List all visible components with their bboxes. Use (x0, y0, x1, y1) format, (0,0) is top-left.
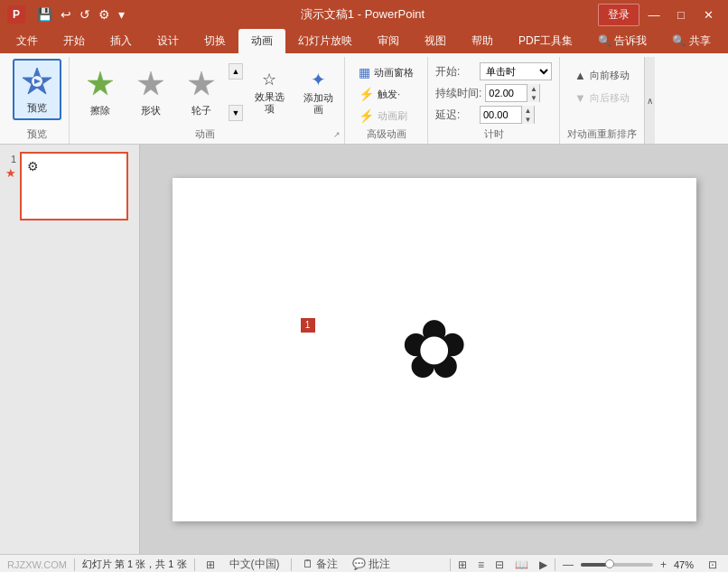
ribbon-group-advanced: ▦ 动画窗格 ⚡ 触发· ⚡ 动画刷 高级动画 (345, 57, 428, 144)
animation-pane-label: 动画窗格 (374, 66, 414, 80)
tab-share[interactable]: 🔍 共享 (659, 29, 723, 53)
login-button[interactable]: 登录 (598, 4, 639, 26)
tab-pdf[interactable]: PDF工具集 (506, 29, 585, 53)
shape-button[interactable]: 形状 (127, 61, 174, 123)
ribbon-group-preview: 预览 预览 (5, 57, 70, 144)
status-lang-button[interactable]: 中文(中国) (226, 556, 284, 572)
ribbon-group-animation: 擦除 形状 轮子 (70, 57, 345, 144)
scroll-down-button[interactable]: ▼ (229, 105, 243, 121)
notes-button[interactable]: 🗒 备注 (299, 556, 341, 572)
preview-button[interactable]: 预览 (13, 59, 61, 120)
start-select[interactable]: 单击时 (480, 62, 552, 80)
slide-sorter-button[interactable]: ⊟ (491, 558, 508, 572)
app-icon: P (7, 5, 25, 23)
trigger-label: 触发· (378, 88, 400, 101)
move-forward-button[interactable]: ▲ 向前移动 (568, 66, 636, 85)
tab-tellme[interactable]: 🔍 告诉我 (585, 29, 659, 53)
notes-label: 备注 (316, 558, 338, 570)
slide-canvas[interactable]: 1 ✿ (173, 178, 696, 521)
animation-pane-button[interactable]: ▦ 动画窗格 (352, 62, 420, 82)
start-row: 开始: 单击时 (435, 62, 552, 80)
add-animation-icon: ✦ (311, 69, 326, 90)
quick-access-toolbar: 💾 ↩ ↺ ⚙ ▾ (34, 5, 127, 23)
tab-help[interactable]: 帮助 (459, 29, 506, 53)
delay-input-wrap: ▲ ▼ (480, 106, 535, 124)
delay-spin-down[interactable]: ▼ (521, 115, 534, 124)
tab-home[interactable]: 开始 (51, 29, 98, 53)
reading-view-button[interactable]: 📖 (511, 558, 532, 572)
fit-slide-button[interactable]: ⊡ (705, 558, 721, 572)
timing-group-items: 开始: 单击时 持续时间: ▲ ▼ 延迟: (435, 59, 552, 126)
delay-spin-up[interactable]: ▲ (521, 106, 534, 115)
svg-marker-5 (189, 71, 214, 95)
comments-button[interactable]: 💬 批注 (349, 556, 394, 572)
move-forward-icon: ▲ (574, 69, 586, 82)
shape-label: 形状 (141, 104, 161, 117)
outline-view-button[interactable]: ≡ (474, 558, 488, 572)
tab-view[interactable]: 视图 (412, 29, 459, 53)
animation-brush-button[interactable]: ⚡ 动画刷 (352, 106, 414, 126)
maximize-button[interactable]: □ (668, 5, 694, 24)
effect-options-button[interactable]: ☆ 效果选项 (247, 61, 292, 123)
wheel-button[interactable]: 轮子 (178, 61, 225, 123)
status-sep-5 (555, 558, 555, 571)
duration-input[interactable] (486, 88, 527, 98)
preview-group-items: 预览 (13, 59, 61, 126)
status-left: RJZXW.COM 幻灯片 第 1 张，共 1 张 ⊞ 中文(中国) 🗒 备注 … (7, 556, 443, 572)
comments-label: 批注 (369, 558, 390, 570)
tab-file[interactable]: 文件 (4, 29, 51, 53)
customize-button[interactable]: ⚙ (96, 5, 113, 23)
duration-spin-down[interactable]: ▼ (527, 93, 539, 102)
status-right: ⊞ ≡ ⊟ 📖 ▶ — + 47% ⊡ (450, 558, 721, 572)
redo-button[interactable]: ↺ (77, 5, 93, 23)
zoom-out-button[interactable]: — (559, 558, 577, 572)
svg-marker-3 (88, 71, 113, 95)
zoom-slider[interactable] (581, 563, 653, 567)
add-animation-button[interactable]: ✦ 添加动画 (295, 61, 341, 123)
status-sep-3 (291, 558, 292, 571)
advanced-group-label: 高级动画 (352, 126, 420, 144)
slide-thumbnail-1: 1 ★ ⚙ (4, 152, 135, 220)
duration-label: 持续时间: (435, 86, 481, 101)
trigger-button[interactable]: ⚡ 触发· (352, 84, 406, 104)
animation-pane-icon: ▦ (359, 65, 370, 80)
save-button[interactable]: 💾 (34, 5, 55, 23)
tab-insert[interactable]: 插入 (98, 29, 145, 53)
delay-input[interactable] (481, 109, 521, 120)
duration-spin-up[interactable]: ▲ (527, 84, 539, 93)
zoom-in-button[interactable]: + (657, 558, 670, 572)
comments-icon: 💬 (352, 558, 366, 570)
erase-button[interactable]: 擦除 (77, 61, 124, 123)
tab-transition[interactable]: 切换 (191, 29, 238, 53)
delay-row: 延迟: ▲ ▼ (435, 106, 535, 124)
presentation-view-button[interactable]: ▶ (536, 558, 551, 572)
duration-row: 持续时间: ▲ ▼ (435, 84, 540, 102)
trigger-icon: ⚡ (359, 87, 374, 101)
tab-slideshow[interactable]: 幻灯片放映 (285, 29, 365, 53)
close-button[interactable]: ✕ (695, 5, 721, 24)
undo-button[interactable]: ↩ (58, 5, 74, 23)
animation-group-expand[interactable]: ↗ (333, 130, 341, 139)
normal-view-button[interactable]: ⊞ (454, 558, 471, 572)
animation-scroll: ▲ ▼ (229, 61, 243, 123)
qadropdown-button[interactable]: ▾ (116, 5, 127, 23)
slide-thumbnail-img-1[interactable]: ⚙ (20, 152, 128, 220)
tab-design[interactable]: 设计 (145, 29, 191, 53)
erase-label: 擦除 (90, 104, 110, 117)
status-fit-button[interactable]: ⊞ (202, 558, 219, 572)
zoom-thumb[interactable] (605, 559, 614, 568)
tab-animation[interactable]: 动画 (238, 29, 285, 53)
move-backward-button[interactable]: ▼ 向后移动 (568, 89, 636, 108)
animation-badge: 1 (301, 318, 315, 333)
ribbon-collapse-button[interactable]: ∧ (644, 57, 655, 144)
status-bar: RJZXW.COM 幻灯片 第 1 张，共 1 张 ⊞ 中文(中国) 🗒 备注 … (0, 554, 728, 572)
effect-options-icon: ☆ (262, 70, 276, 89)
tab-review[interactable]: 审阅 (365, 29, 412, 53)
minimize-button[interactable]: — (641, 5, 667, 24)
delay-spinner: ▲ ▼ (521, 106, 534, 124)
animation-brush-label: 动画刷 (378, 109, 407, 123)
advanced-group-items: ▦ 动画窗格 ⚡ 触发· ⚡ 动画刷 (352, 59, 420, 126)
wheel-label: 轮子 (191, 104, 211, 117)
preview-group-footer: 预览 (13, 126, 61, 144)
scroll-up-button[interactable]: ▲ (229, 63, 243, 80)
